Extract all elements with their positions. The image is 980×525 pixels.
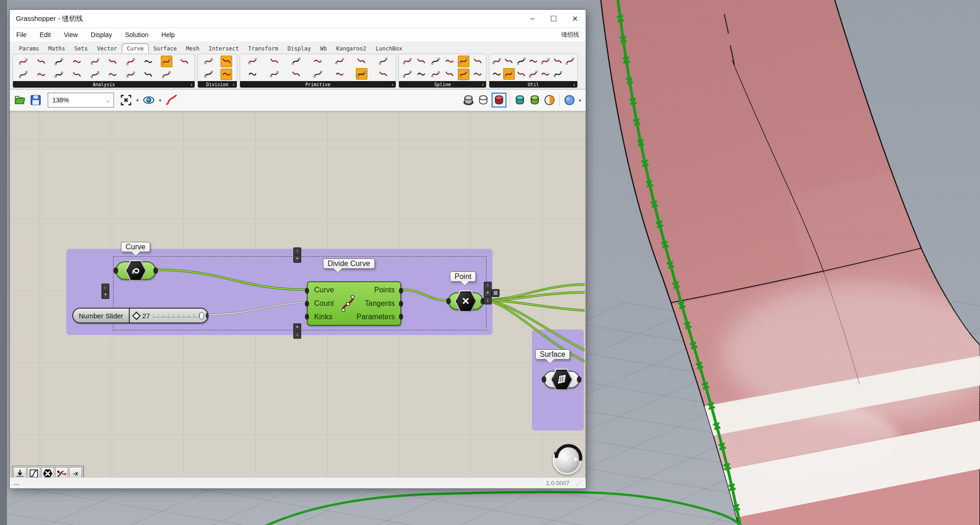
close-button[interactable]: ✕ xyxy=(564,10,586,27)
menu-file[interactable]: File xyxy=(10,31,33,38)
curve-param-output-nub[interactable] xyxy=(153,267,158,274)
group-resize-handle[interactable]: ← xyxy=(101,284,109,291)
preview-custom-green-icon[interactable] xyxy=(528,94,541,107)
polygon-icon[interactable] xyxy=(312,69,323,79)
circle-centre-icon[interactable] xyxy=(54,69,64,80)
preview-wireframe-icon[interactable] xyxy=(477,94,490,107)
tab-params[interactable]: Params xyxy=(14,44,44,53)
poly-arc-icon[interactable] xyxy=(444,69,455,80)
tab-maths[interactable]: Maths xyxy=(44,44,70,53)
menu-solution[interactable]: Solution xyxy=(119,31,155,38)
sketch-pencil-icon[interactable] xyxy=(165,94,178,107)
input-count[interactable]: Count xyxy=(314,300,340,307)
group-resize-handle[interactable]: + xyxy=(293,323,301,331)
group-resize-handle[interactable]: ↓ xyxy=(293,331,301,339)
contour-icon[interactable] xyxy=(221,56,232,67)
resize-grip[interactable]: ⋰ xyxy=(576,480,582,487)
preview-custom-teal-icon[interactable] xyxy=(513,94,526,107)
tab-sets[interactable]: Sets xyxy=(70,44,92,53)
divide-output-nub-tangents[interactable] xyxy=(399,301,403,307)
number-slider[interactable]: Number Slider 27 xyxy=(72,308,209,323)
surface-param-output-nub[interactable] xyxy=(577,376,582,383)
curvature-graph-icon[interactable] xyxy=(143,56,154,67)
circle-icon[interactable] xyxy=(312,56,323,66)
tab-transform[interactable]: Transform xyxy=(243,44,283,53)
output-points[interactable]: Points xyxy=(374,286,395,294)
inscribed-polygon-icon[interactable] xyxy=(335,69,345,79)
maximize-button[interactable]: ☐ xyxy=(543,10,564,27)
slider-output-nub[interactable] xyxy=(206,312,209,319)
divide-output-nub-parameters[interactable] xyxy=(399,314,403,320)
chevron-down-icon[interactable]: ▾ xyxy=(159,98,161,103)
interpolate-icon[interactable] xyxy=(416,56,427,67)
arc-sed-icon[interactable] xyxy=(269,69,279,79)
tab-intersect[interactable]: Intersect xyxy=(204,44,243,53)
menu-help[interactable]: Help xyxy=(155,31,181,38)
tab-wb[interactable]: Wb xyxy=(316,44,331,53)
slider-grip[interactable] xyxy=(199,312,204,319)
chevron-down-icon[interactable]: ⌄ xyxy=(106,97,114,103)
bezier-span-icon[interactable] xyxy=(402,56,413,67)
expression-icon[interactable]: -x xyxy=(69,467,82,477)
line-sdl-icon[interactable] xyxy=(269,56,279,66)
seam-icon[interactable] xyxy=(564,56,575,66)
curve-depth-icon[interactable] xyxy=(161,69,172,80)
gh-canvas[interactable]: Curve Number Slider 27 Curve Count Kinks xyxy=(10,111,586,477)
control-polygon-icon[interactable] xyxy=(54,56,64,67)
offset-loose-icon[interactable] xyxy=(516,69,526,79)
knot-vector-icon[interactable] xyxy=(430,69,441,80)
project-curve-icon[interactable] xyxy=(540,56,551,66)
divide-input-nub-count[interactable] xyxy=(305,301,309,307)
preview-eye-icon[interactable] xyxy=(142,94,155,107)
derivatives-icon[interactable] xyxy=(107,69,118,80)
preview-shaded-icon[interactable] xyxy=(492,93,506,108)
tangent-lines-icon[interactable] xyxy=(72,69,82,80)
curve-flag-icon[interactable] xyxy=(161,56,172,67)
group-resize-handle[interactable]: ↑ xyxy=(484,282,492,290)
menu-display[interactable]: Display xyxy=(84,31,119,38)
tab-display[interactable]: Display xyxy=(283,44,316,53)
ellipse-icon[interactable] xyxy=(356,56,367,66)
preview-hidden-icon[interactable] xyxy=(462,94,475,107)
join-curves-icon[interactable] xyxy=(503,68,515,80)
group-resize-handle[interactable]: + xyxy=(484,289,492,297)
input-curve[interactable]: Curve xyxy=(314,286,340,294)
point-param-input-nub[interactable] xyxy=(446,298,451,304)
tab-curve[interactable]: Curve xyxy=(122,44,149,53)
connect-curves-icon[interactable] xyxy=(416,69,427,80)
curve-ends-icon[interactable] xyxy=(89,56,100,67)
group-expand-arrow-icon[interactable]: ↓ xyxy=(392,82,394,87)
group-resize-handle[interactable]: + xyxy=(293,255,301,263)
display-ball-icon[interactable] xyxy=(563,94,576,107)
group-expand-arrow-icon[interactable]: ↓ xyxy=(233,82,235,87)
tab-mesh[interactable]: Mesh xyxy=(181,44,204,53)
curve-param-input-nub[interactable] xyxy=(114,267,118,274)
wire-relay-icon[interactable] xyxy=(55,467,68,477)
group-resize-handle[interactable]: ↑ xyxy=(293,247,301,255)
surface-param-input-nub[interactable] xyxy=(542,376,546,383)
extend-curve-icon[interactable] xyxy=(516,56,526,66)
arc-icon[interactable] xyxy=(378,56,389,66)
flip-curve-icon[interactable] xyxy=(492,69,502,79)
blend-curve-icon[interactable] xyxy=(402,69,413,80)
curve-on-surface-icon[interactable] xyxy=(472,56,483,67)
group-resize-handle[interactable]: ↓ xyxy=(484,297,492,304)
geodesic-icon[interactable] xyxy=(458,69,469,80)
chevron-down-icon[interactable]: ▾ xyxy=(579,98,581,103)
interpolate-tangents-icon[interactable] xyxy=(430,56,441,67)
nurbs-curve-icon[interactable] xyxy=(458,56,469,67)
bounding-box-icon[interactable] xyxy=(72,56,82,67)
divide-curve-icon[interactable] xyxy=(203,56,214,67)
graph-mapper-icon[interactable] xyxy=(27,467,40,477)
group-expand-arrow-icon[interactable]: ↓ xyxy=(190,82,193,87)
dash-pattern-icon[interactable] xyxy=(221,69,232,80)
offset-curve-icon[interactable] xyxy=(528,56,538,66)
output-parameters[interactable]: Parameters xyxy=(356,313,395,321)
curve-frame-icon[interactable] xyxy=(125,69,136,80)
modifiable-circle-icon[interactable] xyxy=(356,68,367,80)
title-bar[interactable]: Grasshopper - 缝纫线 – ☐ ✕ xyxy=(10,10,586,28)
rebuild-curve-icon[interactable] xyxy=(528,69,538,79)
preview-half-shade-icon[interactable] xyxy=(543,94,556,107)
simplify-curve-icon[interactable] xyxy=(552,69,563,79)
tab-surface[interactable]: Surface xyxy=(149,44,182,53)
